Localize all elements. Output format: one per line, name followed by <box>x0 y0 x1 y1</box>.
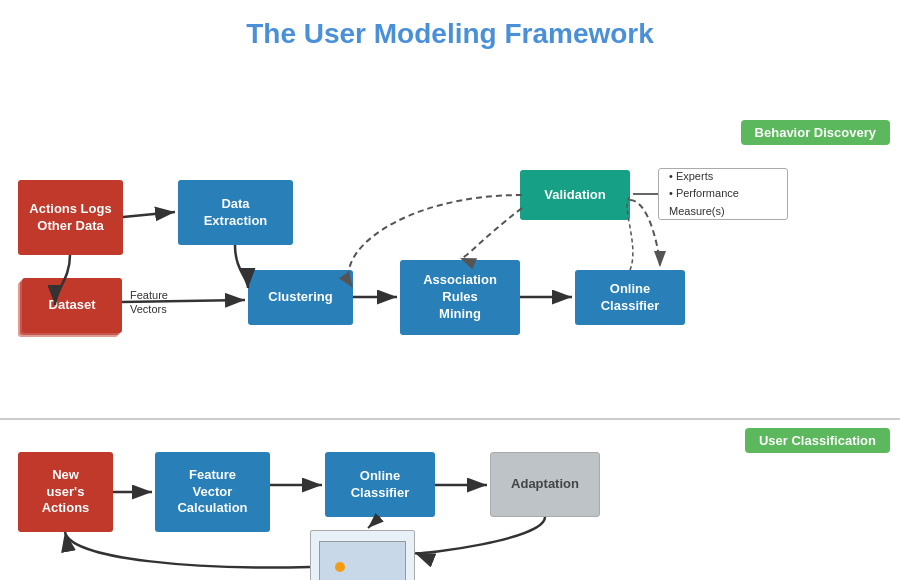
clustering-box: Clustering <box>248 270 353 325</box>
user-classification-label: User Classification <box>745 428 890 453</box>
behavior-discovery-label: Behavior Discovery <box>741 120 890 145</box>
online-classifier-bottom-box: OnlineClassifier <box>325 452 435 517</box>
svg-line-11 <box>368 517 380 528</box>
feature-vector-calc-box: FeatureVectorCalculation <box>155 452 270 532</box>
association-rules-box: AssociationRulesMining <box>400 260 520 335</box>
svg-line-3 <box>123 212 175 217</box>
data-extraction-box: DataExtraction <box>178 180 293 245</box>
screenshot-placeholder <box>310 530 415 580</box>
online-classifier-top-box: OnlineClassifier <box>575 270 685 325</box>
page-title: The User Modeling Framework <box>0 0 900 60</box>
dataset-box: Dataset <box>22 278 122 333</box>
experts-note-box: • Experts• Performance Measure(s) <box>658 168 788 220</box>
section-divider <box>0 418 900 420</box>
feature-vectors-label: FeatureVectors <box>130 288 168 317</box>
diagram-area: Behavior Discovery User Classification A… <box>0 60 900 570</box>
adaptation-box: Adaptation <box>490 452 600 517</box>
new-user-actions-box: Newuser'sActions <box>18 452 113 532</box>
validation-box: Validation <box>520 170 630 220</box>
actions-logs-box: Actions LogsOther Data <box>18 180 123 255</box>
